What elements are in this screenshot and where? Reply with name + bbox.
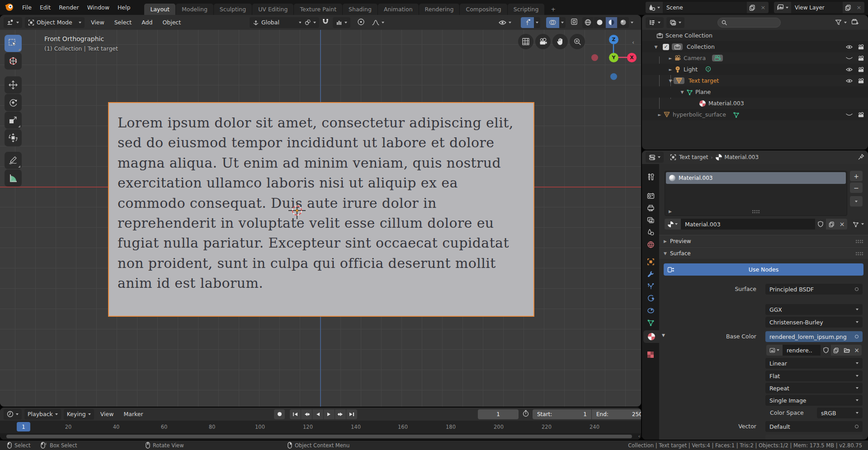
scene-name-field[interactable]: Scene [663,2,747,13]
vector-field[interactable]: Default [765,421,863,432]
extension-dropdown[interactable]: Repeat [765,383,863,394]
view-layer-remove-button[interactable]: × [854,2,864,13]
view-layer-name-field[interactable]: View Layer [791,2,843,13]
blender-logo-icon[interactable] [5,2,14,13]
end-frame-field[interactable]: End:250 [592,409,641,419]
snap-toggle[interactable] [322,18,329,27]
outliner-display-mode-dropdown[interactable] [666,17,684,28]
breadcrumb-object[interactable]: Text target [679,154,708,160]
tool-transform[interactable] [5,129,22,146]
timeline-menu-view[interactable]: View [97,411,118,417]
tab-world[interactable] [642,238,659,251]
tool-select-box[interactable] [5,35,22,52]
material-name-field[interactable]: Material.003 [681,219,815,230]
image-copy-button[interactable] [831,345,841,356]
outliner-filter-dropdown[interactable] [832,17,850,28]
hide-eye-toggle[interactable] [844,64,854,75]
tab-particles[interactable] [642,280,659,292]
menu-edit[interactable]: Edit [36,0,55,15]
view-layer-new-button[interactable] [843,2,854,13]
tab-scene[interactable] [642,226,659,239]
tab-output[interactable] [642,202,659,214]
prev-keyframe-button[interactable] [301,409,312,419]
tab-rendering[interactable]: Rendering [419,4,460,15]
clipped-field[interactable] [765,435,863,440]
grid-ortho-toggle[interactable] [518,34,533,49]
outliner-row-hyperbolic-surface[interactable]: ► hyperbolic_surface [642,109,868,120]
jump-to-end-button[interactable] [346,409,357,419]
hide-eye-toggle-closed[interactable] [844,109,854,120]
render-visibility-toggle[interactable] [856,64,865,75]
hide-eye-toggle-closed[interactable] [844,52,854,64]
tab-tool[interactable] [642,170,659,183]
gizmos-toggle[interactable] [521,17,540,28]
axis-z-neg-ball[interactable] [610,73,617,80]
tab-physics[interactable] [642,292,659,305]
tab-uv-editing[interactable]: UV Editing [252,4,293,15]
tab-data[interactable] [642,316,659,329]
projection-dropdown[interactable]: Flat [765,370,863,381]
menu-view[interactable]: View [87,19,108,26]
hide-eye-toggle[interactable] [844,41,854,52]
timeline-menu-marker[interactable]: Marker [120,411,146,417]
tab-object[interactable] [642,255,659,268]
menu-add[interactable]: Add [138,19,156,26]
tab-modeling[interactable]: Modeling [176,4,213,15]
tab-constraints[interactable] [642,304,659,317]
resize-grip[interactable] [752,210,760,213]
editor-type-outliner-button[interactable] [646,17,664,28]
panel-grip[interactable] [855,252,863,255]
proportional-editing-toggle[interactable] [357,18,365,27]
render-visibility-toggle[interactable] [856,41,865,52]
tab-texture-paint[interactable]: Texture Paint [294,4,342,15]
object-visibility-dropdown[interactable] [495,17,514,28]
expand-icon[interactable]: ► [656,112,663,117]
jump-to-start-button[interactable] [290,409,301,419]
hide-eye-toggle[interactable] [844,75,854,86]
timeline-ruler[interactable]: 1 20 40 60 80 100 120 140 160 180 200 22… [0,421,641,433]
start-frame-field[interactable]: Start:1 [533,409,591,419]
scene-unlink-button[interactable]: × [758,2,769,13]
tab-layout[interactable]: Layout [144,4,175,15]
base-color-field[interactable]: rendered_lorem_ipsum.png [765,331,863,342]
menu-render[interactable]: Render [55,0,83,15]
xray-toggle[interactable] [571,18,578,27]
render-visibility-toggle[interactable] [856,109,865,120]
tool-scale[interactable] [5,112,22,129]
source-dropdown[interactable]: Single Image [765,395,863,406]
distribution-dropdown[interactable]: GGX [765,304,863,315]
add-slot-button[interactable]: + [850,171,863,181]
playback-dropdown[interactable]: Playback [24,409,61,420]
tab-material[interactable] [643,330,659,343]
tab-shading[interactable]: Shading [343,4,377,15]
unlink-material-button[interactable]: × [837,219,847,230]
use-preview-range-toggle[interactable] [522,410,529,418]
shading-options-dropdown[interactable] [629,17,635,28]
overlays-toggle[interactable] [546,17,566,28]
image-browse-button[interactable] [766,345,783,356]
play-button[interactable] [324,409,335,419]
image-fake-user-button[interactable] [821,345,831,356]
current-frame-field[interactable]: 1 [478,409,519,419]
viewport-canvas[interactable]: Front Orthographic (1) Collection | Text… [0,30,641,407]
expand-icon[interactable]: ► [667,56,674,61]
outliner-search-input[interactable] [729,19,776,26]
shading-wireframe-button[interactable] [582,17,594,28]
axis-z-ball[interactable]: Z [609,35,618,44]
play-reverse-button[interactable] [312,409,323,419]
base-color-expand-icon[interactable]: ▼ [662,333,665,338]
outliner-row-collection[interactable]: ▼ ✓ Collection [642,41,868,52]
tab-render[interactable] [642,189,659,202]
tool-move[interactable] [5,76,22,94]
outliner-row-light[interactable]: ► Light [642,64,868,75]
tool-cursor[interactable] [5,52,22,70]
surface-panel-header[interactable]: ▼ Surface [659,247,868,259]
material-browse-button[interactable] [665,219,681,230]
outliner-row-camera[interactable]: ► Camera [642,52,868,64]
editor-type-viewport-button[interactable] [4,17,22,28]
new-material-copy-button[interactable] [826,219,837,230]
color-space-dropdown[interactable]: sRGB [817,408,863,418]
material-slot-selected[interactable]: Material.003 [666,172,846,184]
next-keyframe-button[interactable] [335,409,346,419]
scene-new-button[interactable] [747,2,758,13]
